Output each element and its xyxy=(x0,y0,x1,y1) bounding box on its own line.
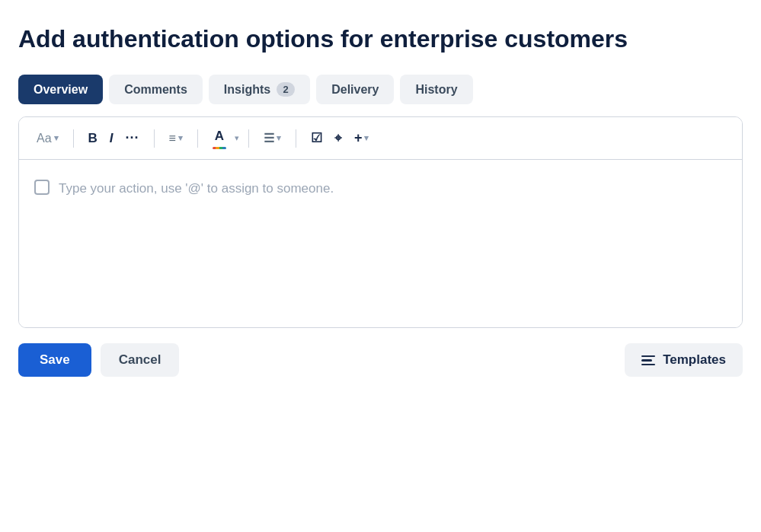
tab-delivery[interactable]: Delivery xyxy=(316,75,394,104)
list-chevron-icon: ▾ xyxy=(277,133,281,143)
toolbar-group-color: A ▾ xyxy=(207,125,239,151)
tab-insights[interactable]: Insights 2 xyxy=(209,75,310,104)
italic-button[interactable]: I xyxy=(104,127,119,150)
insert-chevron-icon: ▾ xyxy=(364,133,369,143)
cancel-button[interactable]: Cancel xyxy=(101,343,180,377)
templates-label: Templates xyxy=(663,352,726,368)
tab-comments[interactable]: Comments xyxy=(109,75,203,104)
check-icon: ☑ xyxy=(311,130,322,146)
align-chevron-icon: ▾ xyxy=(178,133,183,143)
more-format-button[interactable]: ··· xyxy=(120,126,145,150)
link-button[interactable]: ⌖ xyxy=(329,127,347,150)
tab-history[interactable]: History xyxy=(400,75,472,104)
divider-3 xyxy=(197,129,198,148)
font-chevron-icon: ▾ xyxy=(54,133,59,143)
list-button[interactable]: ☰ ▾ xyxy=(258,127,286,149)
bottom-bar: Save Cancel Templates xyxy=(18,343,743,377)
list-icon: ☰ xyxy=(264,131,274,145)
more-label: ··· xyxy=(126,130,139,146)
divider-4 xyxy=(248,129,249,148)
bold-label: B xyxy=(88,131,98,146)
font-label: Aa xyxy=(37,132,52,145)
checkbox-button[interactable]: ☑ xyxy=(305,126,328,150)
tabs-row: Overview Comments Insights 2 Delivery Hi… xyxy=(18,75,743,104)
text-color-button[interactable]: A xyxy=(207,125,232,151)
divider-1 xyxy=(73,129,74,148)
color-chevron-icon: ▾ xyxy=(235,133,239,143)
toolbar-group-format: B I ··· xyxy=(83,126,145,150)
bottom-left-actions: Save Cancel xyxy=(18,343,179,377)
align-button[interactable]: ≡ ▾ xyxy=(164,128,188,149)
insert-button[interactable]: + ▾ xyxy=(349,126,375,150)
templates-icon xyxy=(641,355,655,366)
action-checkbox[interactable] xyxy=(34,180,50,195)
divider-2 xyxy=(154,129,155,148)
templates-button[interactable]: Templates xyxy=(625,343,743,377)
align-icon: ≡ xyxy=(169,132,176,145)
bold-button[interactable]: B xyxy=(83,127,103,150)
link-icon: ⌖ xyxy=(334,131,342,146)
font-button[interactable]: Aa ▾ xyxy=(31,128,64,149)
editor-body[interactable]: Type your action, use '@' to assign to s… xyxy=(19,160,742,327)
plus-icon: + xyxy=(354,130,363,146)
italic-label: I xyxy=(110,131,114,146)
toolbar-group-font: Aa ▾ xyxy=(31,128,64,149)
insights-badge: 2 xyxy=(277,82,295,97)
color-label: A xyxy=(215,129,224,144)
toolbar-group-actions: ☑ ⌖ + ▾ xyxy=(305,126,375,150)
page-title: Add authentication options for enterpris… xyxy=(18,24,643,53)
editor-row: Type your action, use '@' to assign to s… xyxy=(34,178,727,199)
save-button[interactable]: Save xyxy=(18,343,91,377)
color-underline xyxy=(213,147,226,149)
editor-container: Aa ▾ B I ··· ≡ ▾ A xyxy=(18,116,743,328)
tab-overview[interactable]: Overview xyxy=(18,75,103,104)
divider-5 xyxy=(296,129,296,148)
editor-placeholder: Type your action, use '@' to assign to s… xyxy=(59,178,334,199)
toolbar-group-align: ≡ ▾ xyxy=(164,128,188,149)
toolbar: Aa ▾ B I ··· ≡ ▾ A xyxy=(19,117,742,160)
toolbar-group-list: ☰ ▾ xyxy=(258,127,286,149)
